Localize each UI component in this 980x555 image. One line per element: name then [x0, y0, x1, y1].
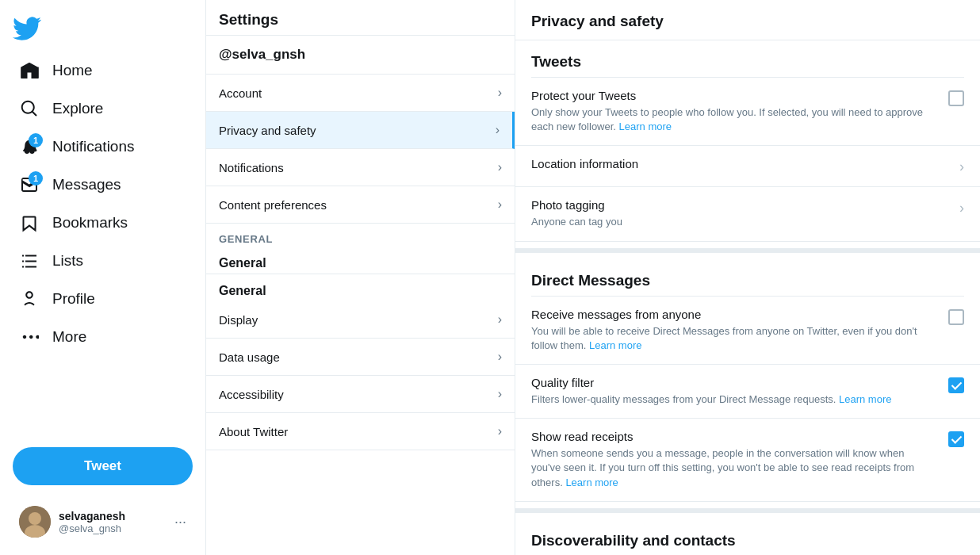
tweet-button[interactable]: Tweet: [13, 447, 193, 485]
receive-messages-content: Receive messages from anyone You will be…: [531, 308, 948, 353]
sidebar-item-label-explore: Explore: [52, 100, 103, 117]
receive-messages-checkbox[interactable]: [948, 309, 964, 325]
quality-filter-row[interactable]: Quality filter Filters lower-quality mes…: [515, 365, 980, 419]
receive-messages-row[interactable]: Receive messages from anyone You will be…: [515, 297, 980, 365]
location-chevron-icon: ›: [959, 159, 964, 175]
chevron-icon: ›: [498, 160, 502, 174]
twitter-logo: [0, 6, 205, 51]
sidebar-item-label-home: Home: [52, 62, 93, 79]
settings-item-display[interactable]: Display ›: [206, 301, 515, 339]
chevron-icon: ›: [498, 312, 502, 327]
user-more-icon: ···: [174, 514, 186, 530]
settings-item-content-preferences[interactable]: Content preferences ›: [206, 186, 515, 224]
location-information-row[interactable]: Location information ›: [515, 146, 980, 187]
settings-item-account[interactable]: Account ›: [206, 75, 515, 112]
chevron-icon: ›: [498, 424, 502, 438]
protect-tweets-desc: Only show your Tweets to people who foll…: [531, 105, 936, 134]
general-section-label: General: [206, 224, 515, 248]
settings-item-notifications[interactable]: Notifications ›: [206, 149, 515, 186]
sidebar-item-profile[interactable]: Profile: [6, 281, 199, 317]
chevron-icon: ›: [498, 387, 502, 401]
protect-tweets-content: Protect your Tweets Only show your Tweet…: [531, 89, 948, 134]
photo-tagging-row[interactable]: Photo tagging Anyone can tag you ›: [515, 187, 980, 241]
sidebar-item-notifications[interactable]: 1 Notifications: [6, 128, 199, 165]
read-receipts-title: Show read receipts: [531, 430, 936, 443]
chevron-icon: ›: [496, 123, 500, 137]
middle-panel: Settings @selva_gnsh Account › Privacy a…: [206, 0, 515, 555]
right-panel: Privacy and safety Tweets Protect your T…: [515, 0, 980, 555]
protect-tweets-title: Protect your Tweets: [531, 89, 936, 102]
read-receipts-desc: When someone sends you a message, people…: [531, 446, 936, 490]
sidebar-item-home[interactable]: Home: [6, 52, 199, 89]
general-heading: General: [206, 248, 515, 274]
chevron-icon: ›: [498, 197, 502, 212]
sidebar-nav: Home Explore 1 Notifications: [0, 51, 205, 438]
receive-messages-link[interactable]: Learn more: [589, 339, 641, 351]
sidebar-item-label-bookmarks: Bookmarks: [52, 214, 128, 232]
notifications-badge: 1: [29, 133, 43, 147]
protect-tweets-checkbox[interactable]: [948, 90, 964, 106]
user-handle: @selva_gnsh: [59, 522, 167, 534]
lists-icon: [19, 251, 40, 271]
chevron-icon: ›: [498, 86, 502, 100]
sidebar-item-label-notifications: Notifications: [52, 138, 135, 155]
sidebar-item-label-more: More: [52, 328, 86, 346]
sidebar: Home Explore 1 Notifications: [0, 0, 206, 555]
profile-icon: [19, 289, 40, 309]
read-receipts-link[interactable]: Learn more: [565, 477, 618, 488]
messages-badge: 1: [29, 171, 43, 186]
svg-point-1: [29, 512, 41, 525]
notifications-icon: 1: [19, 136, 40, 157]
photo-tagging-subtitle: Anyone can tag you: [531, 215, 947, 229]
right-header: Privacy and safety: [515, 0, 980, 40]
discoverability-section-title: Discoverability and contacts: [515, 519, 980, 555]
location-info-content: Location information: [531, 157, 959, 174]
user-display-name: selvaganesh: [59, 510, 167, 522]
sidebar-item-explore[interactable]: Explore: [6, 90, 199, 127]
quality-filter-link[interactable]: Learn more: [839, 393, 891, 405]
receive-messages-desc: You will be able to receive Direct Messa…: [531, 324, 936, 353]
tweets-section-title: Tweets: [515, 40, 980, 77]
explore-icon: [19, 98, 40, 119]
location-info-title: Location information: [531, 157, 947, 170]
sidebar-item-label-messages: Messages: [52, 176, 121, 193]
sidebar-item-more[interactable]: More: [6, 319, 199, 355]
settings-header: Settings: [206, 0, 515, 36]
quality-filter-content: Quality filter Filters lower-quality mes…: [531, 376, 948, 407]
more-icon: [19, 327, 40, 347]
receive-messages-title: Receive messages from anyone: [531, 308, 936, 321]
read-receipts-row[interactable]: Show read receipts When someone sends yo…: [515, 419, 980, 502]
quality-filter-checkbox[interactable]: [948, 377, 964, 393]
read-receipts-content: Show read receipts When someone sends yo…: [531, 430, 948, 490]
general-section-title: General: [206, 274, 515, 301]
sidebar-item-messages[interactable]: 1 Messages: [6, 166, 199, 203]
protect-tweets-link[interactable]: Learn more: [619, 121, 672, 132]
settings-item-about-twitter[interactable]: About Twitter ›: [206, 413, 515, 450]
protect-tweets-row[interactable]: Protect your Tweets Only show your Tweet…: [515, 78, 980, 146]
user-info: selvaganesh @selva_gnsh: [59, 510, 167, 534]
read-receipts-checkbox[interactable]: [948, 431, 964, 447]
bookmarks-icon: [19, 212, 40, 233]
direct-messages-section-title: Direct Messages: [515, 259, 980, 296]
settings-user: @selva_gnsh: [206, 36, 515, 75]
settings-item-accessibility[interactable]: Accessibility ›: [206, 376, 515, 413]
avatar: [19, 506, 51, 538]
photo-tagging-title: Photo tagging: [531, 198, 947, 212]
photo-tagging-chevron-icon: ›: [959, 200, 964, 216]
home-icon: [19, 60, 40, 81]
sidebar-item-label-lists: Lists: [52, 252, 83, 270]
sidebar-item-lists[interactable]: Lists: [6, 243, 199, 279]
settings-item-data-usage[interactable]: Data usage ›: [206, 339, 515, 376]
quality-filter-title: Quality filter: [531, 376, 936, 389]
photo-tagging-content: Photo tagging Anyone can tag you: [531, 198, 959, 229]
user-section[interactable]: selvaganesh @selva_gnsh ···: [6, 498, 199, 545]
sidebar-item-label-profile: Profile: [52, 290, 95, 308]
settings-item-privacy-safety[interactable]: Privacy and safety ›: [206, 112, 515, 149]
chevron-icon: ›: [498, 350, 502, 364]
quality-filter-desc: Filters lower-quality messages from your…: [531, 392, 936, 407]
sidebar-item-bookmarks[interactable]: Bookmarks: [6, 205, 199, 241]
messages-icon: 1: [19, 174, 40, 195]
